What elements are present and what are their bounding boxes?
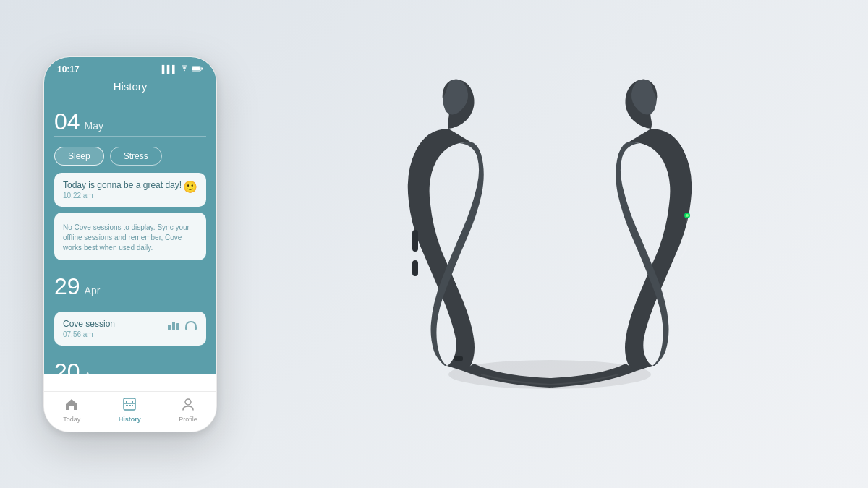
svg-rect-18 — [412, 260, 418, 276]
today-tab-icon — [64, 398, 79, 414]
date-number-2: 29 — [54, 275, 80, 298]
section-20-apr: 20 Apr — [54, 351, 206, 374]
note-emoji: 🙂 — [183, 180, 197, 194]
history-tab-icon — [122, 398, 137, 414]
svg-rect-6 — [185, 327, 187, 330]
svg-rect-3 — [168, 325, 171, 330]
svg-rect-7 — [195, 327, 197, 330]
divider-2 — [54, 301, 206, 301]
session-title: Cove session — [63, 319, 115, 329]
date-month-1: May — [85, 120, 103, 132]
date-number-1: 04 — [54, 110, 80, 133]
app-header: History — [44, 77, 216, 101]
svg-rect-2 — [202, 68, 203, 70]
svg-rect-17 — [412, 230, 418, 252]
note-title: Today is gonna be a great day! — [63, 180, 182, 190]
svg-rect-14 — [132, 405, 133, 406]
svg-rect-4 — [172, 322, 175, 330]
sleep-filter-button[interactable]: Sleep — [54, 147, 104, 166]
app-content[interactable]: 04 May Sleep Stress Today is gonna be a … — [44, 101, 216, 374]
phone-screen: 10:17 ▌▌▌ — [43, 56, 217, 432]
svg-rect-9 — [126, 401, 127, 403]
battery-icon — [192, 65, 203, 73]
svg-rect-10 — [132, 401, 133, 403]
wifi-icon — [180, 65, 189, 74]
status-icons: ▌▌▌ — [162, 65, 203, 74]
tab-history[interactable]: History — [119, 398, 141, 423]
date-month-2: Apr — [85, 285, 101, 296]
section-04-may: 04 May — [54, 101, 206, 147]
date-month-3: Apr — [85, 370, 101, 374]
profile-tab-label: Profile — [179, 416, 197, 423]
cove-device — [369, 71, 731, 418]
history-tab-label: History — [119, 416, 141, 423]
signal-icon: ▌▌▌ — [162, 65, 177, 73]
header-title: History — [114, 80, 148, 93]
device-wrapper — [275, 71, 825, 418]
filter-buttons: Sleep Stress — [54, 147, 206, 166]
headband-icon — [184, 319, 197, 330]
tab-bar: Today History — [44, 391, 216, 432]
divider-1 — [54, 136, 206, 137]
tab-today[interactable]: Today — [63, 398, 80, 423]
chart-icon — [167, 319, 180, 330]
cove-session-card: Cove session 07:56 am — [54, 312, 206, 346]
svg-rect-5 — [176, 323, 179, 330]
status-bar: 10:17 ▌▌▌ — [44, 57, 216, 77]
session-time: 07:56 am — [63, 330, 115, 338]
svg-rect-13 — [129, 405, 131, 406]
svg-rect-12 — [126, 405, 128, 406]
today-tab-label: Today — [63, 416, 80, 423]
note-time: 10:22 am — [63, 192, 182, 200]
section-29-apr: 29 Apr — [54, 266, 206, 312]
date-number-3: 20 — [54, 360, 80, 374]
svg-rect-19 — [454, 356, 463, 361]
svg-rect-1 — [192, 67, 200, 70]
phone-mockup: 10:17 ▌▌▌ — [43, 56, 217, 432]
no-sessions-text: No Cove sessions to display. Sync your o… — [63, 223, 197, 253]
stress-filter-button[interactable]: Stress — [110, 147, 162, 166]
svg-point-15 — [185, 399, 191, 405]
today-note-card: Today is gonna be a great day! 10:22 am … — [54, 173, 206, 207]
session-icons — [167, 319, 197, 330]
status-time: 10:17 — [57, 64, 80, 74]
no-sessions-card: No Cove sessions to display. Sync your o… — [54, 213, 206, 260]
profile-tab-icon — [181, 398, 195, 414]
tab-profile[interactable]: Profile — [179, 398, 197, 423]
scene: 10:17 ▌▌▌ — [0, 0, 868, 488]
svg-rect-8 — [124, 398, 135, 410]
